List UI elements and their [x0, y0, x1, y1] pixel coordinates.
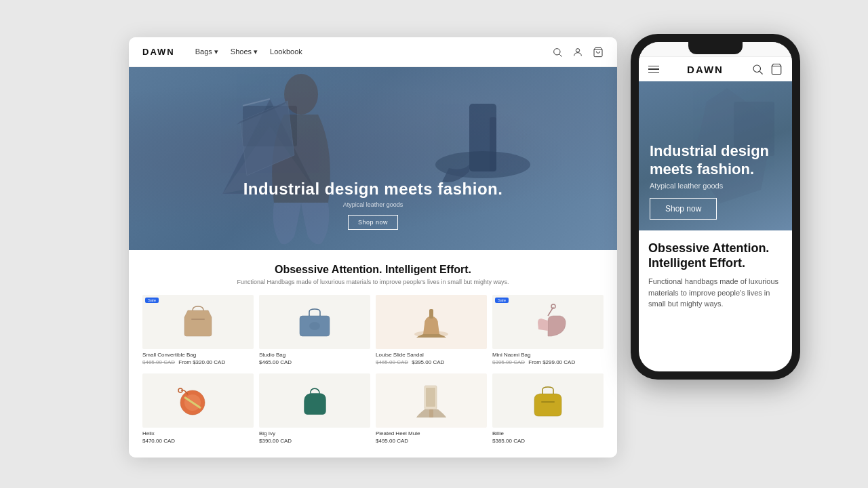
desktop-hero-heading: Industrial design meets fashion. — [243, 180, 503, 199]
svg-point-11 — [284, 74, 318, 115]
product-img-3[interactable] — [376, 295, 487, 349]
product-name-1: Small Convertible Bag — [142, 352, 254, 358]
product-name-5: Helix — [142, 430, 254, 436]
phone-menu-button[interactable] — [648, 66, 659, 73]
product-price-5: $470.00 CAD — [142, 438, 254, 444]
desktop-brand: DAWN — [142, 47, 175, 57]
svg-rect-14 — [191, 319, 205, 320]
phone-notch — [688, 42, 743, 54]
desktop-navbar: DAWN Bags ▾ Shoes ▾ Lookbook — [129, 37, 617, 67]
product-name-8: Billie — [492, 430, 604, 436]
sale-badge-4: Sale — [495, 298, 509, 303]
product-img-1[interactable] — [142, 295, 254, 349]
phone-hero-text: Industrial design meets fashion. Atypica… — [650, 142, 781, 220]
search-icon[interactable] — [552, 47, 563, 58]
products-grid-row1: Sale Small Convertible Bag $465.00 CAD F… — [142, 295, 604, 368]
svg-rect-17 — [429, 309, 433, 319]
desktop-hero-subheading: Atypical leather goods — [243, 201, 503, 208]
phone-navbar: DAWN — [639, 57, 792, 81]
product-name-4: Mini Naomi Bag — [492, 352, 604, 358]
nav-link-shoes[interactable]: Shoes ▾ — [231, 47, 258, 56]
scene: DAWN Bags ▾ Shoes ▾ Lookbook — [0, 0, 868, 488]
products-subtitle: Functional Handbags made of luxurious ma… — [142, 279, 604, 285]
phone-hero: Industrial design meets fashion. Atypica… — [639, 81, 792, 230]
product-card-1: Sale Small Convertible Bag $465.00 CAD F… — [142, 295, 254, 368]
product-card-6: Big Ivy $390.00 CAD — [259, 373, 370, 447]
product-price-2: $465.00 CAD — [259, 359, 370, 365]
product-card-4: Sale Mini Naomi Bag $395.00 CAD From $29… — [492, 295, 604, 368]
phone-content-body: Functional handbags made of luxurious ma… — [648, 276, 783, 310]
svg-point-15 — [309, 322, 320, 330]
sale-badge-1: Sale — [145, 298, 159, 303]
account-icon[interactable] — [572, 47, 583, 58]
phone-frame: Fr... ...s! DAWN — [631, 34, 800, 380]
cart-icon[interactable] — [593, 47, 604, 58]
product-img-6[interactable] — [259, 373, 370, 428]
products-grid-row2: Helix $470.00 CAD Big Ivy $390.00 CAD — [142, 373, 604, 447]
product-img-2[interactable] — [259, 295, 370, 349]
product-card-8: Billie $385.00 CAD — [492, 373, 604, 447]
product-price-1: $465.00 CAD From $320.00 CAD — [142, 359, 254, 365]
product-name-3: Louise Slide Sandal — [376, 352, 487, 358]
svg-point-27 — [753, 65, 761, 73]
phone-hero-subheading: Atypical leather goods — [650, 182, 781, 190]
svg-rect-10 — [490, 117, 496, 171]
phone-shop-now-button[interactable]: Shop now — [650, 198, 717, 220]
product-price-8: $385.00 CAD — [492, 438, 604, 444]
desktop-mockup: DAWN Bags ▾ Shoes ▾ Lookbook — [129, 37, 617, 458]
product-price-4: $395.00 CAD From $299.00 CAD — [492, 359, 604, 365]
product-img-5[interactable] — [142, 373, 254, 428]
phone-mockup: Fr... ...s! DAWN — [631, 34, 800, 380]
svg-rect-25 — [429, 409, 433, 418]
product-name-6: Big Ivy — [259, 430, 370, 436]
phone-brand: DAWN — [687, 64, 724, 75]
product-img-8[interactable] — [492, 373, 604, 428]
svg-point-2 — [576, 48, 579, 52]
phone-hero-heading: Industrial design meets fashion. — [650, 142, 781, 178]
back-in-stock-label: Back in stock! — [142, 452, 604, 458]
desktop-nav-icons — [552, 47, 604, 58]
svg-rect-26 — [541, 401, 555, 403]
product-card-2: Studio Bag $465.00 CAD — [259, 295, 370, 368]
nav-link-lookbook[interactable]: Lookbook — [270, 47, 302, 56]
product-card-3: Louise Slide Sandal $465.00 CAD $395.00 … — [376, 295, 487, 368]
svg-line-28 — [760, 71, 762, 74]
desktop-hero: Industrial design meets fashion. Atypica… — [129, 67, 617, 250]
desktop-nav-links: Bags ▾ Shoes ▾ Lookbook — [195, 47, 302, 56]
svg-line-1 — [559, 54, 562, 57]
phone-cart-icon[interactable] — [770, 63, 783, 75]
phone-screen: Fr... ...s! DAWN — [639, 42, 792, 371]
svg-rect-24 — [426, 388, 435, 407]
product-price-7: $495.00 CAD — [376, 438, 487, 444]
products-heading: Obsessive Attention. Intelligent Effort. — [142, 264, 604, 276]
product-img-7[interactable] — [376, 373, 487, 428]
desktop-products-section: Obsessive Attention. Intelligent Effort.… — [129, 250, 617, 458]
product-price-3: $465.00 CAD $395.00 CAD — [376, 359, 487, 365]
svg-point-0 — [554, 48, 560, 54]
phone-content-heading: Obsessive Attention. Intelligent Effort. — [648, 241, 783, 270]
phone-nav-icons — [751, 63, 783, 75]
product-img-4[interactable] — [492, 295, 604, 349]
product-price-6: $390.00 CAD — [259, 438, 370, 444]
desktop-shop-now-button[interactable]: Shop now — [348, 215, 398, 230]
phone-search-icon[interactable] — [751, 63, 764, 75]
product-name-7: Pleated Heel Mule — [376, 430, 487, 436]
desktop-hero-text: Industrial design meets fashion. Atypica… — [243, 180, 503, 230]
product-card-7: Pleated Heel Mule $495.00 CAD — [376, 373, 487, 447]
phone-content-section: Obsessive Attention. Intelligent Effort.… — [639, 230, 792, 321]
product-name-2: Studio Bag — [259, 352, 370, 358]
nav-link-bags[interactable]: Bags ▾ — [195, 47, 218, 56]
product-card-5: Helix $470.00 CAD — [142, 373, 254, 447]
